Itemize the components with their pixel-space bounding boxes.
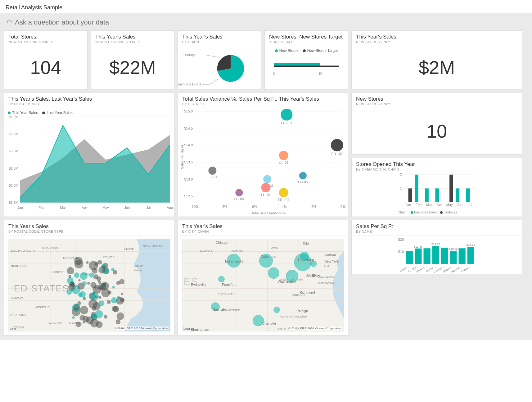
svg-point-90	[440, 211, 443, 214]
tile-title: This Year's Sales	[182, 34, 257, 40]
tile-map-postal[interactable]: This Year's Sales BY POSTAL CODE, STORE …	[4, 220, 174, 336]
svg-text:$14.75: $14.75	[431, 243, 440, 246]
svg-text:LI - 02: LI - 02	[261, 193, 271, 197]
svg-point-176	[112, 286, 115, 289]
svg-point-138	[67, 267, 74, 274]
svg-text:Feb: Feb	[38, 206, 44, 209]
svg-text:Lindseys: Lindseys	[183, 53, 196, 57]
svg-point-222	[310, 261, 317, 267]
svg-point-182	[98, 296, 101, 299]
svg-point-59	[261, 183, 270, 192]
svg-point-121	[98, 281, 101, 284]
svg-point-125	[74, 272, 79, 278]
svg-point-224	[211, 303, 220, 311]
svg-point-174	[108, 291, 111, 294]
svg-point-216	[227, 254, 240, 267]
svg-text:-4%: -4%	[281, 205, 287, 208]
tile-title: Stores Opened This Year	[356, 161, 517, 167]
svg-point-130	[80, 306, 88, 314]
kpi-value: 10	[352, 108, 522, 154]
svg-text:-10%: -10%	[191, 205, 199, 208]
tile-title: Total Stores	[8, 34, 83, 40]
svg-text:FD - 01: FD - 01	[281, 121, 292, 125]
svg-text:$13.5: $13.5	[184, 160, 193, 164]
tile-subtitle: NEW & EXISTING STORES	[95, 40, 170, 44]
tile-sales-by-chain[interactable]: This Year's Sales BY CHAIN LindseysFashi…	[178, 30, 261, 89]
tile-new-stores-target[interactable]: New Stores, New Stores Target YEAR TO DA…	[264, 30, 348, 89]
svg-text:Jun: Jun	[457, 203, 462, 207]
tile-new-stores[interactable]: New Stores NEW STORES ONLY 10	[351, 93, 522, 155]
map-viewport[interactable]: ED STATES SOUTH DAKOTA WISCONSIN MICHIGA…	[8, 239, 170, 331]
svg-text:$14.5: $14.5	[184, 126, 193, 130]
svg-point-163	[121, 293, 123, 295]
svg-text:LI - 04: LI - 04	[234, 197, 244, 201]
svg-text:Wilson...: Wilson...	[460, 265, 471, 273]
svg-text:Total Sales Variance %: Total Sales Variance %	[251, 211, 286, 215]
svg-point-190	[92, 268, 97, 273]
svg-text:Mar: Mar	[60, 206, 66, 209]
svg-text:$2.5M: $2.5M	[9, 167, 18, 170]
svg-point-219	[286, 270, 298, 282]
tile-sqft-name[interactable]: Sales Per Sq Ft BY NAME $10$20$12.86$14.…	[351, 220, 522, 274]
svg-text:May: May	[102, 206, 109, 209]
svg-line-0	[205, 55, 220, 57]
svg-text:FD - 02: FD - 02	[331, 152, 343, 156]
svg-text:Mar: Mar	[426, 203, 432, 207]
legend-label: Last Year Sales	[47, 111, 72, 115]
tile-title: This Year's Sales	[95, 34, 170, 40]
tile-stores-opened[interactable]: Stores Opened This Year BY OPEN MONTH, C…	[351, 158, 522, 217]
svg-text:Chain: Chain	[398, 210, 407, 214]
svg-point-149	[72, 316, 75, 319]
svg-text:Apr: Apr	[436, 203, 442, 207]
tile-subtitle: NEW STORES ONLY	[356, 102, 517, 106]
svg-text:$4.0M: $4.0M	[9, 115, 18, 119]
svg-text:$10.92: $10.92	[449, 247, 458, 250]
svg-text:$3.0M: $3.0M	[9, 149, 18, 153]
svg-text:0%: 0%	[340, 205, 345, 208]
svg-text:2: 2	[400, 173, 402, 176]
svg-rect-78	[408, 189, 412, 203]
svg-text:Fashions Direct: Fashions Direct	[414, 210, 438, 214]
tile-subtitle: BY OPEN MONTH, CHAIN	[356, 167, 517, 171]
map-copyright: © 2016 Microsoft Corporation	[304, 327, 342, 330]
svg-text:LI - 03: LI - 03	[279, 161, 288, 164]
tile-sales-all[interactable]: This Year's Sales NEW & EXISTING STORES …	[91, 30, 174, 89]
svg-text:$14.0: $14.0	[184, 143, 193, 147]
svg-point-189	[111, 297, 117, 303]
svg-point-65	[299, 172, 307, 180]
svg-text:1: 1	[400, 186, 402, 190]
kpi-value: $2M	[352, 46, 522, 89]
tile-sales-trend[interactable]: This Year's Sales, Last Year's Sales BY …	[4, 93, 174, 217]
tile-subtitle: BY DISTRICT	[182, 102, 344, 106]
tile-sales-new-only[interactable]: This Year's Sales NEW STORES ONLY $2M	[351, 30, 522, 89]
svg-rect-238	[441, 248, 448, 264]
svg-rect-76	[456, 189, 460, 203]
map-copyright: © 2016 Microsoft Corporation	[130, 327, 169, 330]
svg-point-127	[119, 279, 124, 284]
svg-rect-6	[274, 63, 320, 66]
map-viewport[interactable]: ES ILLINOIS INDIANA OHIO WEST VIRGINIA K…	[182, 239, 344, 331]
svg-point-55	[279, 188, 288, 197]
tile-total-stores[interactable]: Total Stores NEW & EXISTING STORES 104	[4, 30, 88, 89]
svg-rect-77	[466, 189, 470, 203]
svg-point-201	[69, 275, 71, 278]
svg-point-197	[113, 306, 119, 312]
svg-rect-73	[415, 175, 418, 202]
tile-title: New Stores	[356, 96, 517, 102]
tile-map-city[interactable]: This Year's Sales BY CITY, CHAIN ES ILLI…	[178, 220, 348, 336]
page-title: Retail Analysis Sample	[0, 0, 532, 13]
svg-point-187	[116, 281, 120, 285]
tile-subtitle: YEAR TO DATE	[269, 40, 344, 44]
tile-variance-scatter[interactable]: Total Sales Variance %, Sales Per Sq Ft,…	[178, 93, 348, 217]
svg-text:Sales Per Sq Ft: Sales Per Sq Ft	[180, 145, 184, 169]
svg-point-226	[274, 307, 280, 313]
svg-text:Feb: Feb	[416, 203, 422, 207]
svg-rect-7	[274, 66, 339, 67]
svg-point-139	[104, 315, 107, 318]
svg-point-171	[89, 273, 94, 277]
svg-text:Fashions Direct: Fashions Direct	[178, 82, 201, 86]
svg-text:Lindseys: Lindseys	[444, 210, 457, 214]
svg-text:FD - 04: FD - 04	[278, 198, 289, 202]
svg-text:May: May	[446, 203, 453, 207]
qna-input[interactable]	[15, 18, 120, 27]
